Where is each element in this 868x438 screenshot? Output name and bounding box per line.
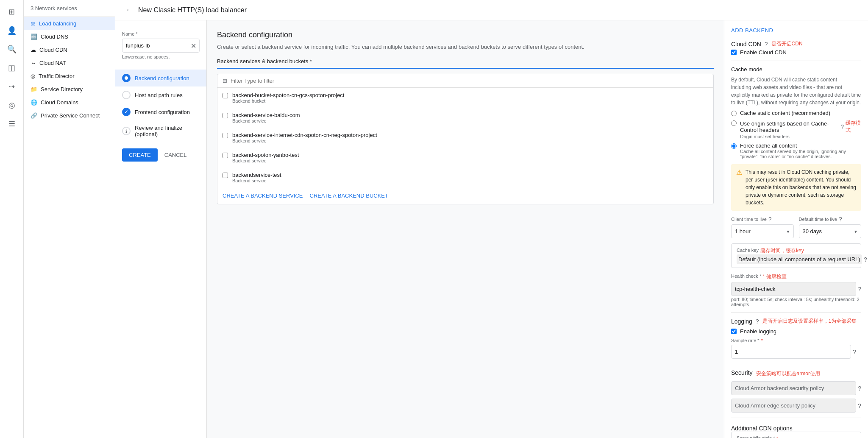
health-check-select[interactable]: tcp-health-check xyxy=(731,282,856,296)
backend-type-3: Backend service xyxy=(232,158,299,163)
cache-origin-radio[interactable] xyxy=(731,120,737,126)
user-icon[interactable]: 👤 xyxy=(3,22,20,39)
health-check-note: port: 80; timeout: 5s; check interval: 5… xyxy=(731,297,861,307)
wizard-step-review[interactable]: ℹ Review and finalize (optional) xyxy=(115,120,206,142)
force-cache-hint: Cache all content served by the origin, … xyxy=(740,149,861,159)
route-icon[interactable]: ⇢ xyxy=(3,78,20,95)
create-button[interactable]: CREATE xyxy=(122,148,158,162)
cache-static-radio[interactable] xyxy=(731,111,737,116)
cache-mode-desc: By default, Cloud CDN will cache static … xyxy=(731,76,861,106)
health-check-help-icon[interactable]: ? xyxy=(858,286,861,293)
filter-input[interactable] xyxy=(231,78,708,84)
wizard-step-frontend[interactable]: ✓ Frontend configuration xyxy=(115,103,206,120)
sidebar-item-service-directory[interactable]: 📁 Service Directory xyxy=(24,83,115,96)
backend-subtitle: Create or select a backend service for i… xyxy=(217,43,714,51)
cache-key-label-row: Cache key 缓存时间，缓存key xyxy=(737,247,856,254)
cloud-armor-edge-select[interactable]: Cloud Armor edge security policy xyxy=(731,399,856,413)
backend-title: Backend configuration xyxy=(217,31,714,39)
sidebar-item-cloud-domains[interactable]: 🌐 Cloud Domains xyxy=(24,96,115,109)
create-backend-bucket-btn[interactable]: CREATE A BACKEND BUCKET xyxy=(310,192,388,199)
traffic-icon[interactable]: ◎ xyxy=(3,97,20,114)
cloud-cdn-help-icon[interactable]: ? xyxy=(765,41,768,47)
section-label: Backend services & backend buckets * xyxy=(217,58,312,64)
step-indicator-backend xyxy=(122,74,131,82)
wizard-step-host[interactable]: Host and path rules xyxy=(115,86,206,103)
sidebar-item-private-service[interactable]: 🔗 Private Service Connect xyxy=(24,109,115,122)
cloud-domains-icon: 🌐 xyxy=(31,99,37,106)
health-check-annotation: 健康检查 xyxy=(766,273,787,280)
cloud-cdn-icon: ☁ xyxy=(31,47,36,53)
sidebar-item-label: Private Service Connect xyxy=(41,112,100,119)
client-ttl-select[interactable]: 1 hour xyxy=(731,224,794,238)
cloud-armor-backend-select[interactable]: Cloud Armor backend security policy xyxy=(731,381,856,395)
sidebar-item-label: Service Directory xyxy=(41,86,83,92)
default-ttl-group: Default time to live ? 30 days xyxy=(799,216,862,238)
backend-checkbox-0[interactable] xyxy=(223,93,228,98)
backend-dropdown: ⊟ backend-bucket-spoton-cn-gcs-spoton-pr… xyxy=(217,74,714,204)
backend-name-4: backendservice-test xyxy=(232,172,281,178)
default-ttl-help-icon[interactable]: ? xyxy=(839,216,842,223)
sidebar-item-label: Load balancing xyxy=(39,20,76,27)
cache-option-2[interactable]: Force cache all content Cache all conten… xyxy=(731,142,861,159)
back-button[interactable]: ← xyxy=(125,6,133,14)
backend-checkbox-3[interactable] xyxy=(223,153,228,158)
cache-option-0[interactable]: Cache static content (recommended) xyxy=(731,110,861,116)
sidebar-item-load-balancing[interactable]: ⚖ Load balancing xyxy=(24,17,115,30)
name-hint: Lowercase, no spaces. xyxy=(122,54,200,59)
enable-cdn-label: Enable Cloud CDN xyxy=(740,49,787,56)
backend-checkbox-1[interactable] xyxy=(223,113,228,118)
list-item[interactable]: backendservice-test Backend service xyxy=(217,167,713,187)
ttl-row: Client time to live ? 1 hour Default tim… xyxy=(731,216,861,238)
apps-icon[interactable]: ⊞ xyxy=(3,3,20,20)
warning-icon: ⚠ xyxy=(736,168,742,206)
sidebar-item-cloud-nat[interactable]: ↔ Cloud NAT xyxy=(24,56,115,70)
logging-help-icon[interactable]: ? xyxy=(756,318,759,325)
create-backend-service-btn[interactable]: CREATE A BACKEND SERVICE xyxy=(223,192,303,199)
force-cache-label: Force cache all content xyxy=(740,142,861,149)
sample-rate-help-icon[interactable]: ? xyxy=(853,349,856,355)
cloud-cdn-title: Cloud CDN xyxy=(731,41,761,47)
list-item[interactable]: backend-service-internet-cdn-spoton-cn-n… xyxy=(217,128,713,148)
sidebar-item-cloud-cdn[interactable]: ☁ Cloud CDN xyxy=(24,43,115,56)
network-icon[interactable]: ◫ xyxy=(3,59,20,76)
page-title: New Classic HTTP(S) load balancer xyxy=(138,6,247,14)
backend-checkbox-4[interactable] xyxy=(223,173,228,178)
cache-key-help-icon[interactable]: ? xyxy=(864,256,867,263)
sidebar-item-traffic-director[interactable]: ◎ Traffic Director xyxy=(24,70,115,83)
backend-checkbox-2[interactable] xyxy=(223,133,228,138)
directory-icon[interactable]: ☰ xyxy=(3,115,20,132)
search-icon[interactable]: 🔍 xyxy=(3,41,20,58)
add-backend-button[interactable]: ADD BACKEND xyxy=(731,27,773,33)
cache-mode-annotation: 缓存模式 xyxy=(846,120,861,134)
cloud-armor-edge-help-icon[interactable]: ? xyxy=(858,402,861,409)
cloud-cdn-annotation: 是否开启CDN xyxy=(771,40,803,47)
enable-logging-label: Enable logging xyxy=(740,328,776,335)
cloud-armor-backend-help-icon[interactable]: ? xyxy=(858,385,861,392)
sidebar-item-cloud-dns[interactable]: 🔤 Cloud DNS xyxy=(24,30,115,43)
list-item[interactable]: backend-spoton-yanbo-test Backend servic… xyxy=(217,148,713,167)
enable-cdn-checkbox[interactable] xyxy=(731,50,737,55)
sidebar-item-label: Cloud Domains xyxy=(41,99,78,106)
client-ttl-help-icon[interactable]: ? xyxy=(768,216,772,223)
security-annotation: 安全策略可以配合armor使用 xyxy=(756,370,820,377)
cache-origin-help-icon[interactable]: ? xyxy=(840,123,844,130)
private-service-icon: 🔗 xyxy=(31,112,37,119)
wizard-panel: Name * ✕ Lowercase, no spaces. Backend c… xyxy=(115,20,207,438)
enable-logging-checkbox[interactable] xyxy=(731,329,737,334)
force-cache-radio[interactable] xyxy=(731,143,737,149)
list-item[interactable]: backend-service-baidu-com Backend servic… xyxy=(217,108,713,128)
list-item[interactable]: backend-bucket-spoton-cn-gcs-spoton-proj… xyxy=(217,88,713,108)
logging-annotation: 是否开启日志及设置采样率，1为全部采集 xyxy=(762,318,857,325)
cancel-button[interactable]: CANCEL xyxy=(161,148,190,162)
step-label-backend: Backend configuration xyxy=(135,75,189,81)
name-input[interactable] xyxy=(122,39,200,53)
step-label-host: Host and path rules xyxy=(135,92,183,98)
sample-rate-input[interactable] xyxy=(731,345,851,359)
cache-option-1[interactable]: Use origin settings based on Cache-Contr… xyxy=(731,120,861,139)
warning-box: ⚠ This may result in Cloud CDN caching p… xyxy=(731,164,861,211)
wizard-step-backend[interactable]: Backend configuration xyxy=(115,70,206,86)
cache-key-select[interactable]: Default (include all components of a req… xyxy=(737,254,862,264)
clear-icon[interactable]: ✕ xyxy=(191,42,196,50)
default-ttl-select[interactable]: 30 days xyxy=(799,224,862,238)
step-indicator-review: ℹ xyxy=(122,127,131,135)
